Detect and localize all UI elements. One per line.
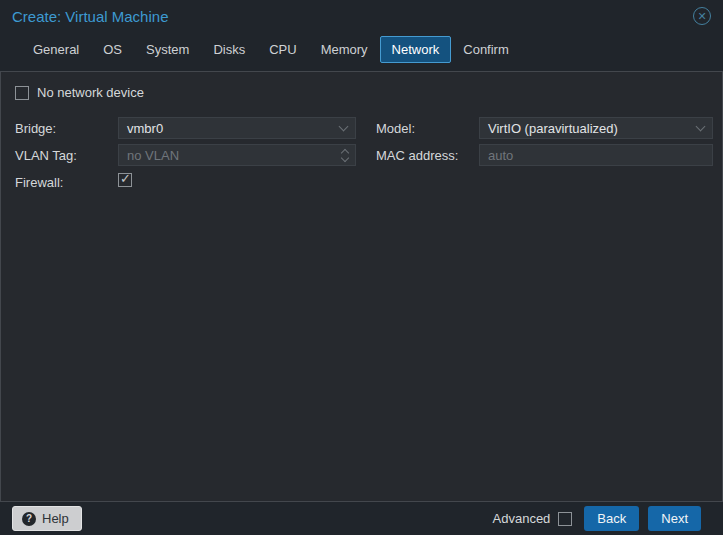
vlan-tag-wrap bbox=[118, 144, 356, 166]
tab-memory[interactable]: Memory bbox=[309, 36, 380, 63]
mac-address-wrap bbox=[479, 144, 713, 166]
dialog-footer: ? Help Advanced Back Next bbox=[0, 502, 723, 535]
model-label: Model: bbox=[376, 121, 479, 136]
bridge-combobox[interactable]: vmbr0 bbox=[118, 117, 356, 139]
help-button-label: Help bbox=[42, 511, 69, 526]
bridge-label: Bridge: bbox=[15, 121, 118, 136]
help-button[interactable]: ? Help bbox=[12, 506, 82, 531]
chevron-down-icon[interactable] bbox=[696, 122, 706, 132]
mac-address-label: MAC address: bbox=[376, 148, 479, 163]
tab-os[interactable]: OS bbox=[91, 36, 134, 63]
firewall-checkbox[interactable] bbox=[118, 173, 132, 187]
tab-network[interactable]: Network bbox=[380, 36, 452, 63]
dialog-titlebar: Create: Virtual Machine ✕ bbox=[0, 0, 723, 32]
tab-cpu[interactable]: CPU bbox=[257, 36, 308, 63]
firewall-wrap bbox=[118, 173, 356, 191]
advanced-label: Advanced bbox=[493, 511, 551, 526]
network-form-panel: No network device Bridge: vmbr0 Model: V… bbox=[0, 71, 723, 502]
next-button[interactable]: Next bbox=[648, 506, 701, 531]
chevron-down-icon[interactable] bbox=[339, 122, 349, 132]
tab-general[interactable]: General bbox=[21, 36, 91, 63]
tab-system[interactable]: System bbox=[134, 36, 201, 63]
firewall-label: Firewall: bbox=[15, 175, 118, 190]
vlan-tag-label: VLAN Tag: bbox=[15, 148, 118, 163]
wizard-tabbar: General OS System Disks CPU Memory Netwo… bbox=[0, 32, 723, 66]
back-button[interactable]: Back bbox=[584, 506, 639, 531]
no-network-device-row: No network device bbox=[15, 85, 708, 100]
vlan-tag-input[interactable] bbox=[118, 144, 356, 166]
no-network-device-label: No network device bbox=[37, 85, 144, 100]
network-form-grid: Bridge: vmbr0 Model: VirtIO (paravirtual… bbox=[15, 117, 708, 193]
tab-disks[interactable]: Disks bbox=[201, 36, 257, 63]
bridge-value: vmbr0 bbox=[127, 121, 340, 136]
tab-confirm[interactable]: Confirm bbox=[451, 36, 521, 63]
model-value: VirtIO (paravirtualized) bbox=[488, 121, 697, 136]
number-spinner[interactable] bbox=[342, 144, 348, 166]
advanced-checkbox[interactable] bbox=[558, 512, 572, 526]
close-icon[interactable]: ✕ bbox=[693, 7, 711, 25]
no-network-device-checkbox[interactable] bbox=[15, 86, 29, 100]
question-icon: ? bbox=[22, 512, 36, 526]
dialog-title: Create: Virtual Machine bbox=[12, 8, 693, 25]
model-combobox[interactable]: VirtIO (paravirtualized) bbox=[479, 117, 713, 139]
mac-address-input[interactable] bbox=[479, 144, 713, 166]
